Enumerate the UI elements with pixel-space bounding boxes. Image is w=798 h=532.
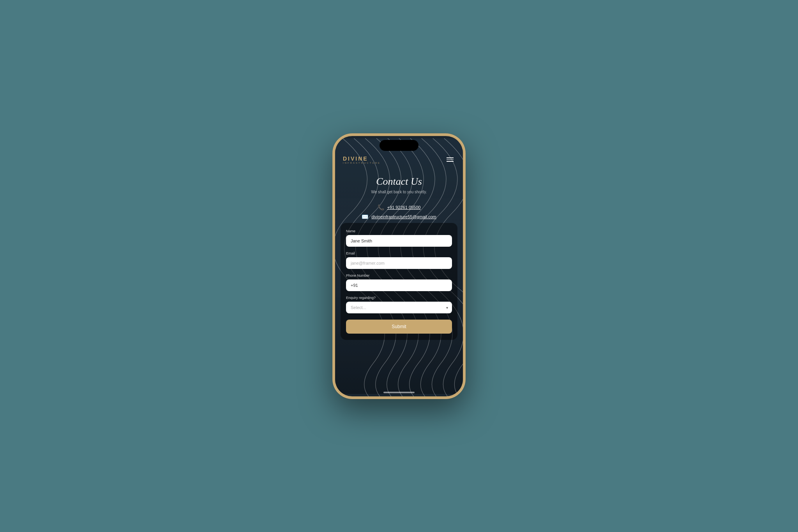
- hamburger-line-2: [447, 159, 454, 160]
- email-link[interactable]: divineinfrastructure55@gmail.com: [371, 214, 436, 219]
- logo-title: DIVINE: [343, 156, 381, 162]
- hamburger-line-1: [447, 157, 454, 158]
- email-icon: ✉️: [362, 214, 368, 220]
- dynamic-island: [380, 140, 418, 151]
- phone-input[interactable]: [346, 279, 452, 291]
- submit-button[interactable]: Submit: [346, 320, 452, 334]
- name-label: Name: [346, 229, 452, 233]
- select-wrapper: Select... ▾: [346, 302, 452, 313]
- home-indicator: [383, 392, 415, 393]
- logo-subtitle: INFRASTRUCTURE: [343, 162, 381, 164]
- enquiry-group: Enquiry regarding? Select... ▾: [346, 296, 452, 313]
- name-group: Name: [346, 229, 452, 247]
- phone-content: DIVINE INFRASTRUCTURE Contact Us We shal…: [335, 136, 463, 396]
- enquiry-label: Enquiry regarding?: [346, 296, 452, 300]
- email-label: Email: [346, 251, 452, 255]
- page-title: Contact Us: [343, 176, 455, 187]
- phone-row: 📞 +91 92261 05500: [335, 204, 463, 210]
- logo: DIVINE INFRASTRUCTURE: [343, 156, 381, 164]
- email-input[interactable]: [346, 257, 452, 269]
- phone-group: Phone Number: [346, 274, 452, 291]
- email-group: Email: [346, 251, 452, 269]
- phone-frame: DIVINE INFRASTRUCTURE Contact Us We shal…: [333, 134, 465, 399]
- hamburger-menu[interactable]: [445, 156, 455, 163]
- name-input[interactable]: [346, 235, 452, 247]
- hero-section: Contact Us We shall get back to you shor…: [335, 168, 463, 204]
- contact-form-card: Name Email Phone Number Enquiry regardin…: [341, 223, 457, 340]
- enquiry-select[interactable]: Select...: [346, 302, 452, 313]
- contact-info: 📞 +91 92261 05500 ✉️ divineinfrastructur…: [335, 204, 463, 220]
- phone-label: Phone Number: [346, 274, 452, 277]
- phone-link[interactable]: +91 92261 05500: [387, 205, 421, 210]
- phone-screen: DIVINE INFRASTRUCTURE Contact Us We shal…: [335, 136, 463, 396]
- hero-subtitle: We shall get back to you shortly.: [343, 190, 455, 194]
- phone-icon: 📞: [378, 204, 384, 210]
- hamburger-line-3: [447, 161, 454, 162]
- email-row: ✉️ divineinfrastructure55@gmail.com: [335, 214, 463, 220]
